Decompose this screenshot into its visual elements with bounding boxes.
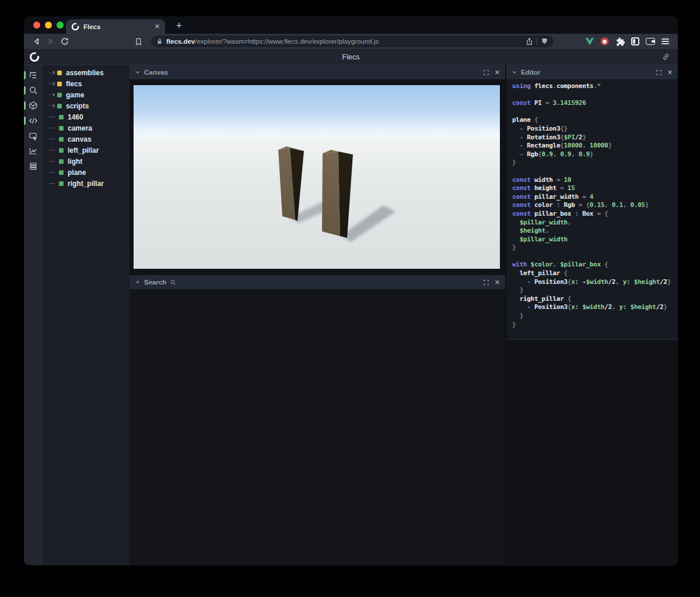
sky <box>134 85 500 139</box>
tree-item-camera[interactable]: camera <box>43 122 130 134</box>
page-title: Flecs <box>24 53 678 61</box>
traffic-lights <box>33 22 64 29</box>
tab-close-icon[interactable]: ✕ <box>155 23 160 30</box>
chevron-right-icon[interactable]: › <box>52 92 55 97</box>
share-icon[interactable] <box>526 37 533 45</box>
browser-toolbar: flecs.dev/explorer/?wasm=https://www.fle… <box>24 34 678 49</box>
rail-chart-button[interactable] <box>24 143 43 159</box>
tree-item-light[interactable]: light <box>43 156 130 167</box>
code-editor[interactable]: using flecs.components.* const PI = 3.14… <box>506 79 678 340</box>
tree-item-right_pillar[interactable]: right_pillar <box>43 178 130 189</box>
chevron-right-icon[interactable]: › <box>52 103 55 108</box>
app-content: ›assemblies›flecs›game›scripts1460camera… <box>24 65 678 565</box>
brave-shield-icon[interactable] <box>541 37 548 45</box>
rail-cube-button[interactable] <box>24 98 43 113</box>
entity-color-square <box>57 104 62 108</box>
collapsed-indicator-dot[interactable] <box>136 281 139 283</box>
close-icon[interactable]: ✕ <box>495 279 500 286</box>
active-indicator <box>24 101 26 110</box>
code-line: with $color, $pillar_box { <box>512 261 678 269</box>
tree-item-left_pillar[interactable]: left_pillar <box>43 145 130 156</box>
rail-entity-tree-button[interactable] <box>24 68 43 83</box>
tree-guide-line <box>49 172 55 173</box>
tree-guide-line <box>49 139 55 139</box>
tree-guide-line <box>49 161 55 161</box>
rail-rows-button[interactable] <box>24 159 43 174</box>
vue-devtools-icon[interactable] <box>583 35 596 48</box>
chevron-down-icon[interactable] <box>135 69 141 75</box>
wallet-icon[interactable] <box>643 35 657 48</box>
code-line: $pillar_width, <box>512 219 678 227</box>
menu-icon[interactable] <box>659 35 672 48</box>
sidebar-extension-icon[interactable] <box>628 35 642 48</box>
red-hexagon-extension-icon[interactable] <box>598 35 611 48</box>
tree-guide-line <box>49 72 52 73</box>
code-line: - Position3{x: $width/2, y: $height/2} <box>512 303 678 312</box>
close-icon[interactable]: ✕ <box>667 69 673 76</box>
search-panel-header: Search ✕ <box>130 275 505 289</box>
code-line: - Rgb{0.9, 0.9, 0.9} <box>512 150 678 159</box>
tree-item-1460[interactable]: 1460 <box>43 111 130 122</box>
chevron-right-icon[interactable]: › <box>52 80 55 86</box>
minimize-window-button[interactable] <box>45 22 52 29</box>
active-indicator <box>24 117 26 125</box>
url-path: /explorer/?wasm=https://www.flecs.dev/ex… <box>195 38 379 45</box>
code-line: } <box>512 244 678 252</box>
code-line: const width = 10 <box>512 176 678 185</box>
code-line: } <box>512 159 678 167</box>
browser-tab[interactable]: Flecs ✕ <box>66 19 165 34</box>
tab-strip: Flecs ✕ + <box>24 16 678 34</box>
tree-item-assemblies[interactable]: ›assemblies <box>43 67 130 78</box>
chevron-down-icon[interactable] <box>512 69 517 75</box>
tree-guide-line <box>49 117 55 117</box>
flecs-logo-icon <box>29 52 40 62</box>
chevron-right-icon[interactable]: › <box>52 69 55 75</box>
address-bar[interactable]: flecs.dev/explorer/?wasm=https://www.fle… <box>151 36 554 47</box>
3d-scene-viewport[interactable] <box>134 85 500 269</box>
close-window-button[interactable] <box>33 22 40 29</box>
code-line: - Rectangle{10000, 10000} <box>512 142 678 150</box>
tree-guide-line <box>49 128 55 128</box>
tree-item-plane[interactable]: plane <box>43 167 130 178</box>
rail-search-button[interactable] <box>24 83 43 98</box>
canvas-panel-title: Canvas <box>144 69 168 76</box>
tree-item-game[interactable]: ›game <box>43 89 130 100</box>
share-link-icon[interactable] <box>662 52 670 61</box>
tree-guide-line <box>49 94 52 95</box>
editor-background <box>506 340 678 565</box>
code-line: const height = 15 <box>512 184 678 193</box>
forward-button[interactable] <box>44 35 58 48</box>
tab-title: Flecs <box>83 23 150 30</box>
flecs-favicon-icon <box>71 23 79 31</box>
new-tab-button[interactable]: + <box>171 18 187 34</box>
close-icon[interactable]: ✕ <box>495 69 500 76</box>
code-line: $pillar_width <box>512 236 678 244</box>
expand-icon[interactable] <box>483 279 489 286</box>
expand-icon[interactable] <box>483 69 489 76</box>
search-icon <box>170 279 176 286</box>
editor-panel-header: Editor ✕ <box>506 65 678 79</box>
code-line: } <box>512 321 678 329</box>
rail-inspector-button[interactable] <box>24 128 43 143</box>
tree-item-label: 1460 <box>68 113 83 121</box>
maximize-window-button[interactable] <box>57 22 64 29</box>
code-line: - Position3{x: -$width/2, y: $height/2} <box>512 278 678 287</box>
search-panel-body[interactable] <box>130 289 505 565</box>
code-line: } <box>512 312 678 321</box>
code-line: using flecs.components.* <box>512 82 678 91</box>
extensions-puzzle-icon[interactable] <box>613 35 626 48</box>
entity-color-square <box>59 181 64 186</box>
rail-code-button[interactable] <box>24 113 43 128</box>
entity-color-square <box>59 159 64 164</box>
icon-rail <box>24 65 43 565</box>
tree-item-scripts[interactable]: ›scripts <box>43 100 130 111</box>
code-line <box>512 167 678 176</box>
bookmark-icon[interactable] <box>131 35 145 48</box>
canvas-panel-header: Canvas ✕ <box>130 65 505 79</box>
tree-item-flecs[interactable]: ›flecs <box>43 78 130 89</box>
editor-panel-title: Editor <box>521 69 540 76</box>
tree-item-canvas[interactable]: canvas <box>43 134 130 145</box>
reload-button[interactable] <box>58 35 72 48</box>
expand-icon[interactable] <box>656 69 662 76</box>
back-button[interactable] <box>30 35 44 48</box>
